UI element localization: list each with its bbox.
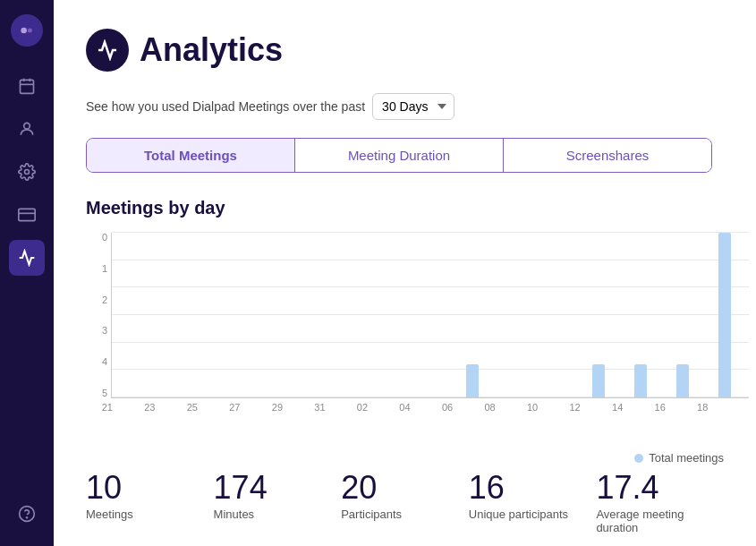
x-label: 02 [341, 402, 384, 413]
bar-group [452, 233, 494, 397]
bar-group [410, 233, 452, 397]
tab-meeting-duration[interactable]: Meeting Duration [295, 139, 504, 172]
svg-point-7 [25, 170, 30, 175]
svg-point-0 [21, 28, 27, 34]
x-label: 29 [256, 402, 299, 413]
tab-total-meetings[interactable]: Total Meetings [87, 139, 295, 172]
svg-point-1 [28, 29, 32, 33]
svg-point-6 [24, 123, 30, 129]
x-label: 21 [86, 402, 129, 413]
stat-value: 174 [214, 472, 342, 504]
stat-item: 17.4Average meeting duration [596, 472, 724, 534]
bar-group [577, 233, 619, 397]
subtitle-row: See how you used Dialpad Meetings over t… [86, 93, 724, 120]
x-label: 10 [511, 402, 554, 413]
bar-group [200, 233, 242, 397]
stat-value: 17.4 [596, 472, 724, 504]
x-label: 06 [426, 402, 469, 413]
bar[interactable] [718, 233, 731, 397]
bar-group [242, 233, 284, 397]
bar-group [619, 233, 661, 397]
stat-value: 16 [469, 472, 597, 504]
bar-group [326, 233, 368, 397]
bar-group [115, 233, 157, 397]
chart-title: Meetings by day [86, 198, 724, 218]
bar[interactable] [634, 364, 647, 397]
chart-area [111, 233, 749, 398]
x-label: 27 [214, 402, 257, 413]
svg-rect-8 [19, 209, 35, 220]
sidebar-item-settings[interactable] [9, 154, 45, 190]
bar-group [368, 233, 410, 397]
chart-section: Meetings by day 543210 21232527293102040… [86, 198, 724, 534]
bars-row [115, 233, 745, 397]
subtitle-text: See how you used Dialpad Meetings over t… [86, 99, 365, 114]
tab-screenshares[interactable]: Screenshares [504, 139, 711, 172]
stats-row: 10Meetings174Minutes20Participants16Uniq… [86, 472, 724, 534]
sidebar-item-analytics[interactable] [9, 240, 45, 276]
bar-group [661, 233, 703, 397]
x-label: 18 [681, 402, 724, 413]
legend-dot [634, 454, 643, 463]
bar-group [157, 233, 200, 397]
x-label: 14 [596, 402, 639, 413]
x-label: 25 [171, 402, 214, 413]
sidebar-item-calendar[interactable] [9, 68, 45, 104]
bar[interactable] [676, 364, 689, 397]
stat-item: 10Meetings [86, 472, 214, 521]
x-labels: 212325272931020406081012141618 [86, 398, 724, 413]
x-label: 04 [384, 402, 427, 413]
stat-label: Average meeting duration [596, 508, 724, 534]
x-label: 12 [554, 402, 597, 413]
stat-item: 20Participants [341, 472, 469, 521]
bar[interactable] [466, 364, 479, 397]
stat-label: Meetings [86, 508, 214, 521]
sidebar-item-help[interactable] [9, 496, 45, 532]
x-label: 23 [129, 402, 172, 413]
bar-group [493, 233, 535, 397]
sidebar-item-contacts[interactable] [9, 111, 45, 147]
stat-label: Participants [341, 508, 469, 521]
chart-container: 543210 212325272931020406081012141618 [86, 233, 724, 430]
tabs-container: Total Meetings Meeting Duration Screensh… [86, 138, 712, 173]
sidebar [0, 0, 54, 546]
svg-rect-2 [21, 80, 34, 93]
app-logo[interactable] [11, 14, 43, 47]
legend-label: Total meetings [649, 451, 724, 465]
stat-item: 16Unique participants [469, 472, 597, 521]
stat-label: Minutes [214, 508, 342, 521]
period-select[interactable]: 30 Days 7 Days 90 Days [372, 93, 454, 120]
bar-group [703, 233, 745, 397]
bar-group [535, 233, 577, 397]
x-label: 31 [299, 402, 342, 413]
bar[interactable] [592, 364, 605, 397]
chart-legend: Total meetings [86, 451, 724, 465]
stat-value: 10 [86, 472, 214, 504]
main-content: Analytics See how you used Dialpad Meeti… [54, 0, 756, 546]
sidebar-item-billing[interactable] [9, 197, 45, 233]
page-header: Analytics [86, 29, 724, 72]
stat-item: 174Minutes [214, 472, 342, 521]
x-label: 08 [469, 402, 512, 413]
stat-label: Unique participants [469, 508, 597, 521]
x-label: 16 [639, 402, 682, 413]
page-icon [86, 29, 129, 72]
bar-group [284, 233, 326, 397]
page-title: Analytics [140, 31, 283, 69]
stat-value: 20 [341, 472, 469, 504]
